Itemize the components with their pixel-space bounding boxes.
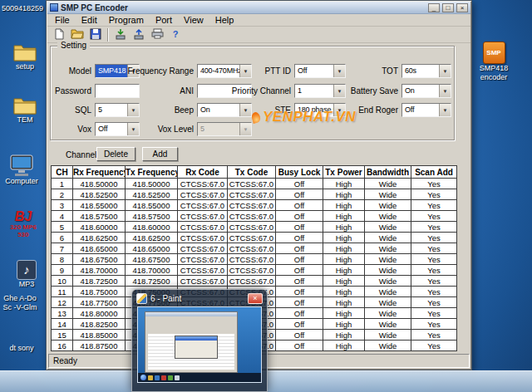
table-row[interactable]: 3418.55000418.55000CTCSS:67.0CTCSS:67.0O… xyxy=(52,200,457,211)
title-bar[interactable]: SMP PC Encoder _ □ × xyxy=(47,2,470,14)
desktop-icon-ghe-shortcut[interactable]: Ghe A-DoSc -V-Glm xyxy=(0,294,40,312)
cell: CTCSS:67.0 xyxy=(178,200,228,211)
cell: CTCSS:67.0 xyxy=(228,211,276,222)
cell: 418.77500 xyxy=(73,297,126,308)
cell: Off xyxy=(276,265,323,276)
desktop-icon-smp418-encoder[interactable]: SMP SMP418 encoder xyxy=(474,42,514,82)
cell: Yes xyxy=(411,200,457,211)
svg-text:?: ? xyxy=(173,29,179,39)
vox-label: Vox xyxy=(52,125,91,135)
cell: High xyxy=(323,287,365,297)
cell: Wide xyxy=(365,341,411,351)
cell: Wide xyxy=(365,276,411,287)
table-row[interactable]: 1418.50000418.50000CTCSS:67.0CTCSS:67.0O… xyxy=(52,179,457,189)
thumbnail-close-button[interactable]: × xyxy=(248,293,263,304)
table-row[interactable]: 6418.62500418.62500CTCSS:67.0CTCSS:67.0O… xyxy=(52,233,457,243)
menu-file[interactable]: File xyxy=(49,14,76,26)
cell: 418.62500 xyxy=(126,233,178,243)
toolbar-print-button[interactable] xyxy=(149,27,165,42)
end-roger-value: Off xyxy=(402,104,439,116)
chevron-down-icon[interactable] xyxy=(439,65,451,77)
cell: Yes xyxy=(411,179,457,189)
desktop-icon-bj-logo[interactable]: BJ320 MP6530 xyxy=(3,209,43,238)
toolbar-help-button[interactable]: ? xyxy=(167,27,184,42)
table-row[interactable]: 4418.57500418.57500CTCSS:67.0CTCSS:67.0O… xyxy=(52,211,457,222)
desktop-icon-mp3[interactable]: ♪MP3 xyxy=(7,257,47,289)
table-row[interactable]: 8418.67500418.67500CTCSS:67.0CTCSS:67.0O… xyxy=(52,254,457,265)
delete-channel-button[interactable]: Delete xyxy=(96,147,135,161)
chevron-down-icon[interactable] xyxy=(439,85,451,97)
smp418-encoder-icon: SMP xyxy=(483,42,505,64)
table-row[interactable]: 7418.65000418.65000CTCSS:67.0CTCSS:67.0O… xyxy=(52,243,457,254)
end-roger-select[interactable]: Off xyxy=(401,103,451,117)
mini-window-titlebar xyxy=(145,312,237,316)
table-row[interactable]: 10418.72500418.72500CTCSS:67.0CTCSS:67.0… xyxy=(52,276,457,287)
cell: Yes xyxy=(411,265,457,276)
battery-save-select[interactable]: On xyxy=(401,84,451,98)
chevron-down-icon[interactable] xyxy=(439,104,451,116)
cell: Off xyxy=(276,254,323,265)
cell: 418.82500 xyxy=(73,319,126,330)
cell: Off xyxy=(276,297,323,308)
cell: Wide xyxy=(365,200,411,211)
desktop-icon-computer[interactable]: Computer xyxy=(2,154,42,186)
mini-taskbar-icon xyxy=(161,375,166,380)
toolbar-read-from-radio-button[interactable] xyxy=(112,27,129,42)
cell: 3 xyxy=(52,200,73,211)
battery-save-value: On xyxy=(402,85,439,97)
cell: Yes xyxy=(411,276,457,287)
cell: 418.55000 xyxy=(126,200,178,211)
cell: CTCSS:67.0 xyxy=(228,200,276,211)
cell: High xyxy=(323,179,365,189)
cell: 418.70000 xyxy=(126,265,178,276)
minimize-button[interactable]: _ xyxy=(428,3,440,12)
close-button[interactable]: × xyxy=(456,3,468,12)
cell: High xyxy=(323,341,365,351)
table-row[interactable]: 9418.70000418.70000CTCSS:67.0CTCSS:67.0O… xyxy=(52,265,457,276)
cell: Yes xyxy=(411,308,457,319)
menu-program[interactable]: Program xyxy=(103,14,150,26)
table-row[interactable]: 2418.52500418.52500CTCSS:67.0CTCSS:67.0O… xyxy=(52,189,457,200)
thumbnail-preview[interactable] xyxy=(137,306,262,383)
toolbar-new-file-button[interactable] xyxy=(51,27,67,42)
toolbar-write-to-radio-button[interactable] xyxy=(131,27,147,42)
maximize-button[interactable]: □ xyxy=(442,3,454,12)
cell: High xyxy=(323,243,365,254)
tot-value: 60s xyxy=(402,65,439,77)
desktop[interactable]: 5009418259 setupTEMComputerBJ320 MP6530♪… xyxy=(0,0,532,392)
cell: Off xyxy=(276,287,323,297)
cell: Off xyxy=(276,308,323,319)
cell: 418.55000 xyxy=(73,200,126,211)
toolbar-open-button[interactable] xyxy=(69,27,86,42)
add-channel-button[interactable]: Add xyxy=(142,147,178,161)
desktop-icon-tem-folder[interactable]: TEM xyxy=(5,93,45,125)
tot-select[interactable]: 60s xyxy=(401,64,451,78)
cell: 418.50000 xyxy=(73,179,126,189)
cell: CTCSS:67.0 xyxy=(178,243,228,254)
table-row[interactable]: 5418.60000418.60000CTCSS:67.0CTCSS:67.0O… xyxy=(52,222,457,233)
taskbar-thumbnail-popup[interactable]: 6 - Paint × xyxy=(131,289,268,392)
cell: Wide xyxy=(365,319,411,330)
toolbar-save-button[interactable] xyxy=(87,27,104,42)
chevron-down-icon xyxy=(239,123,251,135)
cell: 6 xyxy=(52,233,73,243)
cell: 418.52500 xyxy=(73,189,126,200)
cell: 10 xyxy=(52,276,73,287)
mini-taskbar-icon xyxy=(155,375,160,380)
cell: Wide xyxy=(365,243,411,254)
menu-edit[interactable]: Edit xyxy=(76,14,103,26)
toolbar: ? xyxy=(47,27,470,43)
window-icon xyxy=(50,3,58,12)
menu-port[interactable]: Port xyxy=(150,14,178,26)
write-to-radio-icon xyxy=(133,28,145,42)
desktop-icon-dt-sony[interactable]: dt sony xyxy=(2,344,42,353)
desktop-icon-setup-folder[interactable]: setup xyxy=(5,40,45,71)
menu-view[interactable]: View xyxy=(178,14,209,26)
cell: Wide xyxy=(365,179,411,189)
cell: CTCSS:67.0 xyxy=(228,243,276,254)
cell: 5 xyxy=(52,222,73,233)
cell: Off xyxy=(276,179,323,189)
menu-help[interactable]: Help xyxy=(209,14,240,26)
ptt-id-label: PTT ID xyxy=(220,66,291,76)
vox-level-label: Vox Level xyxy=(124,125,194,135)
